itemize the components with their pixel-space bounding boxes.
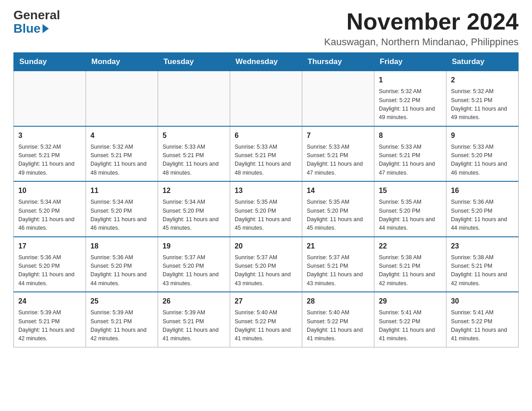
day-number: 15: [379, 185, 442, 196]
day-number: 21: [307, 241, 369, 252]
sun-info: Sunrise: 5:32 AMSunset: 5:21 PMDaylight:…: [90, 143, 153, 178]
calendar-week-row: 10Sunrise: 5:34 AMSunset: 5:20 PMDayligh…: [14, 181, 519, 237]
sun-info: Sunrise: 5:37 AMSunset: 5:21 PMDaylight:…: [307, 253, 369, 288]
day-number: 20: [235, 241, 297, 252]
day-number: 24: [18, 296, 81, 307]
header-wednesday: Wednesday: [230, 53, 302, 71]
sun-info: Sunrise: 5:38 AMSunset: 5:21 PMDaylight:…: [451, 253, 514, 288]
sun-info: Sunrise: 5:39 AMSunset: 5:21 PMDaylight:…: [163, 308, 225, 343]
calendar-week-row: 3Sunrise: 5:32 AMSunset: 5:21 PMDaylight…: [14, 126, 519, 182]
day-number: 5: [163, 130, 225, 141]
day-number: 27: [235, 296, 297, 307]
calendar-cell: 21Sunrise: 5:37 AMSunset: 5:21 PMDayligh…: [302, 237, 374, 292]
sun-info: Sunrise: 5:33 AMSunset: 5:21 PMDaylight:…: [379, 143, 442, 178]
calendar-week-row: 17Sunrise: 5:36 AMSunset: 5:20 PMDayligh…: [14, 237, 519, 292]
page-header: General Blue November 2024 Kauswagan, No…: [13, 9, 519, 48]
title-block: November 2024 Kauswagan, Northern Mindan…: [324, 9, 519, 48]
day-number: 3: [18, 130, 81, 141]
day-number: 30: [451, 296, 514, 307]
sun-info: Sunrise: 5:41 AMSunset: 5:22 PMDaylight:…: [451, 308, 514, 343]
sun-info: Sunrise: 5:40 AMSunset: 5:22 PMDaylight:…: [307, 308, 369, 343]
header-saturday: Saturday: [446, 53, 519, 71]
calendar-week-row: 1Sunrise: 5:32 AMSunset: 5:22 PMDaylight…: [14, 71, 519, 126]
day-number: 12: [163, 185, 225, 196]
calendar-cell: 12Sunrise: 5:34 AMSunset: 5:20 PMDayligh…: [158, 181, 230, 237]
day-number: 25: [90, 296, 153, 307]
day-number: 23: [451, 241, 514, 252]
calendar-cell: 14Sunrise: 5:35 AMSunset: 5:20 PMDayligh…: [302, 181, 374, 237]
day-number: 18: [90, 241, 153, 252]
calendar-cell: 6Sunrise: 5:33 AMSunset: 5:21 PMDaylight…: [230, 126, 302, 182]
sun-info: Sunrise: 5:33 AMSunset: 5:21 PMDaylight:…: [235, 143, 297, 178]
day-number: 17: [18, 241, 81, 252]
sun-info: Sunrise: 5:37 AMSunset: 5:20 PMDaylight:…: [163, 253, 225, 288]
calendar-cell: 10Sunrise: 5:34 AMSunset: 5:20 PMDayligh…: [14, 181, 86, 237]
day-number: 7: [307, 130, 369, 141]
sun-info: Sunrise: 5:35 AMSunset: 5:20 PMDaylight:…: [379, 198, 442, 233]
calendar-cell: 29Sunrise: 5:41 AMSunset: 5:22 PMDayligh…: [374, 292, 446, 347]
calendar-header-row: Sunday Monday Tuesday Wednesday Thursday…: [14, 53, 519, 71]
calendar-cell: 2Sunrise: 5:32 AMSunset: 5:21 PMDaylight…: [446, 71, 519, 126]
calendar-cell: [86, 71, 158, 126]
sun-info: Sunrise: 5:37 AMSunset: 5:20 PMDaylight:…: [235, 253, 297, 288]
logo-arrow-icon: [43, 24, 49, 33]
day-number: 2: [451, 75, 514, 86]
logo: General Blue: [13, 9, 60, 36]
calendar-cell: 1Sunrise: 5:32 AMSunset: 5:22 PMDaylight…: [374, 71, 446, 126]
header-thursday: Thursday: [302, 53, 374, 71]
calendar-cell: 25Sunrise: 5:39 AMSunset: 5:21 PMDayligh…: [86, 292, 158, 347]
calendar-cell: 27Sunrise: 5:40 AMSunset: 5:22 PMDayligh…: [230, 292, 302, 347]
calendar-cell: 26Sunrise: 5:39 AMSunset: 5:21 PMDayligh…: [158, 292, 230, 347]
calendar-cell: 3Sunrise: 5:32 AMSunset: 5:21 PMDaylight…: [14, 126, 86, 182]
sun-info: Sunrise: 5:32 AMSunset: 5:22 PMDaylight:…: [379, 87, 442, 122]
calendar-cell: 8Sunrise: 5:33 AMSunset: 5:21 PMDaylight…: [374, 126, 446, 182]
day-number: 29: [379, 296, 442, 307]
sun-info: Sunrise: 5:33 AMSunset: 5:20 PMDaylight:…: [451, 143, 514, 178]
day-number: 6: [235, 130, 297, 141]
calendar-cell: 19Sunrise: 5:37 AMSunset: 5:20 PMDayligh…: [158, 237, 230, 292]
sun-info: Sunrise: 5:41 AMSunset: 5:22 PMDaylight:…: [379, 308, 442, 343]
day-number: 14: [307, 185, 369, 196]
calendar-cell: 23Sunrise: 5:38 AMSunset: 5:21 PMDayligh…: [446, 237, 519, 292]
sun-info: Sunrise: 5:35 AMSunset: 5:20 PMDaylight:…: [235, 198, 297, 233]
day-number: 10: [18, 185, 81, 196]
day-number: 19: [163, 241, 225, 252]
calendar-cell: 11Sunrise: 5:34 AMSunset: 5:20 PMDayligh…: [86, 181, 158, 237]
calendar-cell: 13Sunrise: 5:35 AMSunset: 5:20 PMDayligh…: [230, 181, 302, 237]
calendar-cell: 9Sunrise: 5:33 AMSunset: 5:20 PMDaylight…: [446, 126, 519, 182]
sun-info: Sunrise: 5:33 AMSunset: 5:21 PMDaylight:…: [307, 143, 369, 178]
logo-blue-text: Blue: [13, 21, 49, 36]
calendar-week-row: 24Sunrise: 5:39 AMSunset: 5:21 PMDayligh…: [14, 292, 519, 347]
calendar-cell: 17Sunrise: 5:36 AMSunset: 5:20 PMDayligh…: [14, 237, 86, 292]
calendar-cell: [302, 71, 374, 126]
day-number: 26: [163, 296, 225, 307]
calendar-cell: 24Sunrise: 5:39 AMSunset: 5:21 PMDayligh…: [14, 292, 86, 347]
calendar-cell: 28Sunrise: 5:40 AMSunset: 5:22 PMDayligh…: [302, 292, 374, 347]
calendar-cell: 4Sunrise: 5:32 AMSunset: 5:21 PMDaylight…: [86, 126, 158, 182]
sun-info: Sunrise: 5:35 AMSunset: 5:20 PMDaylight:…: [307, 198, 369, 233]
sun-info: Sunrise: 5:38 AMSunset: 5:21 PMDaylight:…: [379, 253, 442, 288]
sun-info: Sunrise: 5:32 AMSunset: 5:21 PMDaylight:…: [451, 87, 514, 122]
calendar-cell: 16Sunrise: 5:36 AMSunset: 5:20 PMDayligh…: [446, 181, 519, 237]
location-subtitle: Kauswagan, Northern Mindanao, Philippine…: [324, 36, 519, 48]
sun-info: Sunrise: 5:36 AMSunset: 5:20 PMDaylight:…: [18, 253, 81, 288]
calendar-cell: [14, 71, 86, 126]
sun-info: Sunrise: 5:32 AMSunset: 5:21 PMDaylight:…: [18, 143, 81, 178]
header-friday: Friday: [374, 53, 446, 71]
header-tuesday: Tuesday: [158, 53, 230, 71]
calendar-cell: [158, 71, 230, 126]
logo-blue-label: Blue: [13, 21, 41, 36]
month-title: November 2024: [324, 9, 519, 34]
day-number: 8: [379, 130, 442, 141]
calendar-cell: [230, 71, 302, 126]
sun-info: Sunrise: 5:39 AMSunset: 5:21 PMDaylight:…: [18, 308, 81, 343]
day-number: 13: [235, 185, 297, 196]
sun-info: Sunrise: 5:34 AMSunset: 5:20 PMDaylight:…: [90, 198, 153, 233]
sun-info: Sunrise: 5:34 AMSunset: 5:20 PMDaylight:…: [163, 198, 225, 233]
calendar-table: Sunday Monday Tuesday Wednesday Thursday…: [13, 52, 519, 347]
logo-general-text: General: [13, 9, 60, 21]
calendar-cell: 20Sunrise: 5:37 AMSunset: 5:20 PMDayligh…: [230, 237, 302, 292]
day-number: 16: [451, 185, 514, 196]
header-sunday: Sunday: [14, 53, 86, 71]
calendar-cell: 7Sunrise: 5:33 AMSunset: 5:21 PMDaylight…: [302, 126, 374, 182]
